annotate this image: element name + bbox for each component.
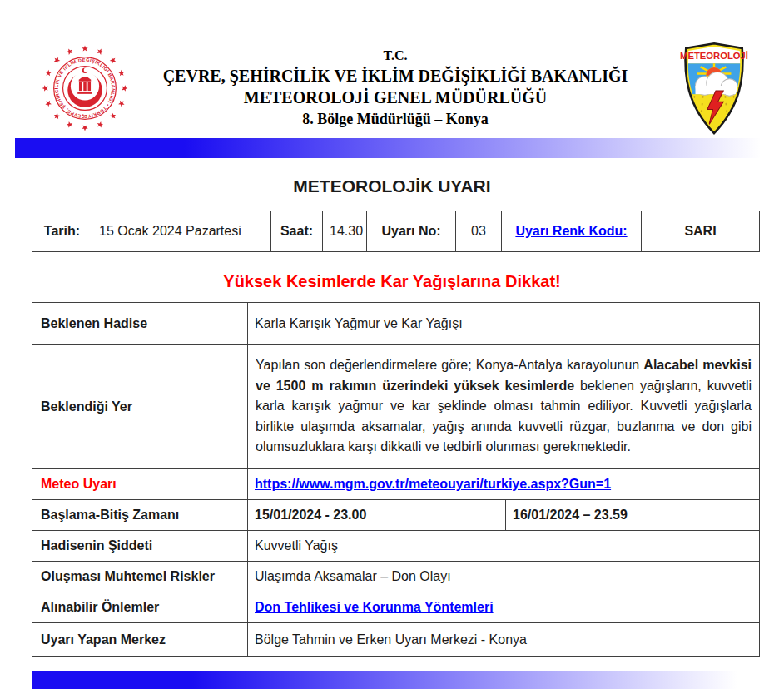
header-tc: T.C. (133, 47, 657, 65)
start-time-value: 15/01/2024 - 23.00 (248, 500, 506, 531)
issuing-center-label: Uyarı Yapan Merkez (32, 623, 248, 657)
color-code-value: SARI (642, 211, 760, 252)
expected-location-value: Yapılan son değerlendirmelere göre; Kony… (248, 344, 760, 469)
date-value: 15 Ocak 2024 Pazartesi (92, 211, 271, 252)
table-row: Beklenen Hadise Karla Karışık Yağmur ve … (32, 303, 760, 344)
table-row: Beklendiği Yer Yapılan son değerlendirme… (32, 344, 760, 469)
shield-label: METEOROLOJİ (680, 51, 748, 61)
table-row: Alınabilir Önlemler Don Tehlikesi ve Kor… (32, 592, 760, 623)
meteo-warning-label: Meteo Uyarı (32, 469, 248, 500)
table-row: Meteo Uyarı https://www.mgm.gov.tr/meteo… (32, 469, 760, 500)
table-row: Uyarı Yapan Merkez Bölge Tahmin ve Erken… (32, 623, 760, 657)
page-title: METEOROLOJİK UYARI (0, 176, 784, 196)
color-code-cell: Uyarı Renk Kodu: (502, 211, 642, 252)
date-label: Tarih: (32, 211, 92, 252)
header-ministry: ÇEVRE, ŞEHİRCİLİK VE İKLİM DEĞİŞİKLİĞİ B… (133, 65, 657, 87)
meteo-warning-url-link[interactable]: https://www.mgm.gov.tr/meteouyari/turkiy… (255, 477, 611, 491)
warning-no-label: Uyarı No: (367, 211, 456, 252)
severity-value: Kuvvetli Yağış (248, 531, 760, 562)
expected-event-value: Karla Karışık Yağmur ve Kar Yağışı (248, 303, 760, 344)
expected-location-label: Beklendiği Yer (32, 344, 248, 469)
possible-risks-label: Oluşması Muhtemel Riskler (32, 562, 248, 592)
location-text-1: Yapılan son değerlendirmelere göre; Kony… (256, 358, 643, 372)
table-row: Oluşması Muhtemel Riskler Ulaşımda Aksam… (32, 562, 760, 592)
warning-headline: Yüksek Kesimlerde Kar Yağışlarına Dikkat… (0, 272, 784, 291)
warning-no-value: 03 (456, 211, 502, 252)
expected-event-label: Beklenen Hadise (32, 303, 248, 344)
time-label: Saat: (271, 211, 323, 252)
end-time-value: 16/01/2024 – 23.59 (506, 500, 760, 531)
meteorological-warning-document: ÇEVRE, ŞEHİRCİLİK VE İKLİM DEĞİŞİKLİĞİ B… (0, 0, 784, 689)
header-region: 8. Bölge Müdürlüğü – Konya (133, 108, 657, 130)
start-end-label: Başlama-Bitiş Zamanı (32, 500, 248, 531)
precautions-cell: Don Tehlikesi ve Korunma Yöntemleri (248, 592, 760, 623)
top-gradient-bar (15, 138, 784, 158)
warning-info-table: Tarih: 15 Ocak 2024 Pazartesi Saat: 14.3… (32, 211, 760, 252)
time-value: 14.30 (323, 211, 367, 252)
bottom-gradient-bar (32, 671, 759, 689)
possible-risks-value: Ulaşımda Aksamalar – Don Olayı (248, 562, 760, 592)
precautions-label: Alınabilir Önlemler (32, 592, 248, 623)
warning-detail-table: Beklenen Hadise Karla Karışık Yağmur ve … (32, 302, 760, 657)
table-row: Başlama-Bitiş Zamanı 15/01/2024 - 23.00 … (32, 500, 760, 531)
table-row: Hadisenin Şiddeti Kuvvetli Yağış (32, 531, 760, 562)
severity-label: Hadisenin Şiddeti (32, 531, 248, 562)
color-code-link[interactable]: Uyarı Renk Kodu: (515, 224, 627, 238)
ministry-seal-icon: ÇEVRE, ŞEHİRCİLİK VE İKLİM DEĞİŞİKLİĞİ B… (42, 42, 128, 135)
document-header: T.C. ÇEVRE, ŞEHİRCİLİK VE İKLİM DEĞİŞİKL… (133, 47, 657, 130)
issuing-center-value: Bölge Tahmin ve Erken Uyarı Merkezi - Ko… (248, 623, 760, 657)
meteo-warning-cell: https://www.mgm.gov.tr/meteouyari/turkiy… (248, 469, 760, 500)
meteoroloji-shield-icon: METEOROLOJİ (676, 40, 752, 138)
header-directorate: METEOROLOJİ GENEL MÜDÜRLÜĞÜ (133, 87, 657, 108)
precautions-link[interactable]: Don Tehlikesi ve Korunma Yöntemleri (255, 600, 494, 614)
